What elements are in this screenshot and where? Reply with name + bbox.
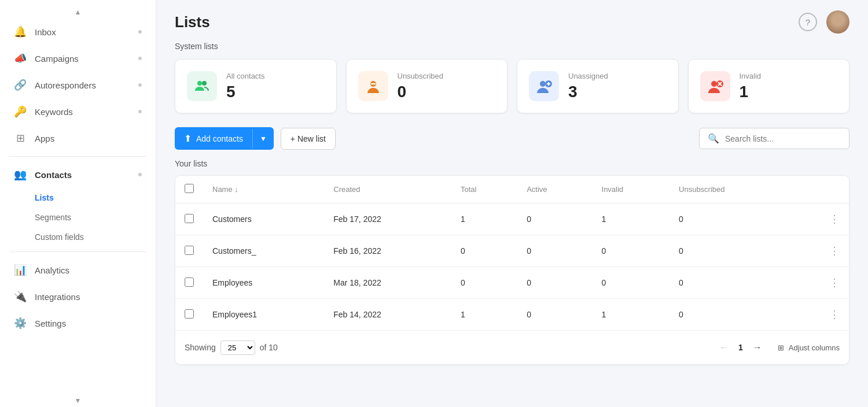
sidebar-item-apps[interactable]: ⊞ Apps: [0, 125, 156, 151]
settings-icon: ⚙️: [14, 317, 27, 330]
sidebar-item-campaigns[interactable]: 📣 Campaigns: [0, 45, 156, 72]
table-row: Employees1 Feb 14, 2022 1 0 1 0 ⋮: [175, 299, 849, 331]
current-page: 1: [738, 343, 743, 352]
invalid-label: Invalid: [740, 72, 762, 80]
showing-label: Showing: [185, 343, 216, 352]
sidebar-item-settings[interactable]: ⚙️ Settings: [0, 310, 156, 336]
select-all-checkbox[interactable]: [185, 184, 194, 193]
page-header: Lists ?: [156, 0, 868, 42]
row-invalid: 1: [593, 299, 670, 331]
sidebar-item-custom-fields[interactable]: Custom fields: [35, 227, 156, 247]
row-checkbox[interactable]: [185, 214, 194, 223]
all-contacts-label: All contacts: [226, 72, 264, 80]
new-list-button[interactable]: + New list: [281, 128, 336, 150]
system-card-unassigned[interactable]: Unassigned 3: [517, 59, 679, 113]
row-checkbox[interactable]: [185, 278, 194, 287]
search-input[interactable]: [725, 134, 841, 143]
sidebar-item-segments[interactable]: Segments: [35, 208, 156, 227]
sidebar: ▲ 🔔 Inbox 📣 Campaigns 🔗 Autoresponders 🔑…: [0, 0, 156, 407]
sidebar-item-lists[interactable]: Lists: [35, 188, 156, 208]
row-name: Employees: [203, 267, 324, 299]
sidebar-item-label: Keywords: [35, 107, 73, 117]
integrations-icon: 🔌: [14, 290, 27, 303]
row-invalid: 1: [593, 204, 670, 235]
header-actions: ?: [799, 10, 849, 34]
sidebar-sub: Lists Segments Custom fields: [0, 188, 156, 247]
svg-point-4: [540, 81, 546, 87]
sidebar-dot: [138, 83, 142, 87]
search-box[interactable]: 🔍: [699, 128, 849, 149]
sidebar-scroll-up[interactable]: ▲: [0, 6, 156, 18]
col-actions: [793, 176, 849, 204]
per-page-select[interactable]: 25 10 50 100: [220, 341, 255, 355]
avatar-image: [826, 10, 849, 34]
table-row: Customers_ Feb 16, 2022 0 0 0 0 ⋮: [175, 235, 849, 267]
sidebar-item-label: Contacts: [35, 170, 72, 180]
sidebar-item-contacts[interactable]: 👥 Contacts: [0, 161, 156, 188]
sidebar-dot: [138, 57, 142, 60]
row-name: Customers: [203, 204, 324, 235]
col-created: Created: [324, 176, 451, 204]
col-unsubscribed: Unsubscribed: [670, 176, 793, 204]
row-total: 1: [451, 204, 517, 235]
lists-table-container: Name ↓ Created Total Active Invalid: [175, 175, 849, 365]
adjust-columns-label: Adjust columns: [789, 343, 840, 352]
analytics-icon: 📊: [14, 264, 27, 276]
sidebar-item-inbox[interactable]: 🔔 Inbox: [0, 18, 156, 45]
system-card-invalid[interactable]: Invalid 1: [688, 59, 850, 113]
row-unsubscribed: 0: [670, 235, 793, 267]
unsubscribed-info: Unsubscribed 0: [398, 72, 444, 101]
next-page-button[interactable]: →: [749, 339, 766, 356]
keywords-icon: 🔑: [14, 105, 27, 118]
row-active: 0: [517, 267, 592, 299]
sidebar-scroll-down[interactable]: ▼: [0, 394, 156, 407]
row-unsubscribed: 0: [670, 299, 793, 331]
system-card-all-contacts[interactable]: All contacts 5: [175, 59, 337, 113]
row-created: Feb 16, 2022: [324, 235, 451, 267]
sidebar-item-autoresponders[interactable]: 🔗 Autoresponders: [0, 72, 156, 98]
row-unsubscribed: 0: [670, 204, 793, 235]
showing-info: Showing 25 10 50 100 of 10: [185, 341, 278, 355]
sidebar-item-integrations[interactable]: 🔌 Integrations: [0, 283, 156, 310]
row-total: 1: [451, 299, 517, 331]
system-card-unsubscribed[interactable]: Unsubscribed 0: [346, 59, 508, 113]
row-menu-button[interactable]: ⋮: [793, 204, 849, 235]
system-lists-label: System lists: [175, 42, 849, 51]
row-invalid: 0: [593, 235, 670, 267]
col-active: Active: [517, 176, 592, 204]
row-menu-button[interactable]: ⋮: [793, 235, 849, 267]
sidebar-item-keywords[interactable]: 🔑 Keywords: [0, 98, 156, 125]
row-menu-button[interactable]: ⋮: [793, 267, 849, 299]
col-invalid: Invalid: [593, 176, 670, 204]
col-name-label: Name ↓: [212, 185, 238, 194]
table-header: Name ↓ Created Total Active Invalid: [175, 176, 849, 204]
invalid-info: Invalid 1: [740, 72, 762, 101]
help-icon: ?: [806, 17, 810, 27]
row-total: 0: [451, 267, 517, 299]
inbox-icon: 🔔: [14, 25, 27, 38]
add-contacts-button[interactable]: ⬆ Add contacts ▼: [175, 127, 274, 150]
row-checkbox[interactable]: [185, 309, 194, 319]
sidebar-item-label: Apps: [35, 134, 54, 143]
row-created: Mar 18, 2022: [324, 267, 451, 299]
adjust-columns-button[interactable]: ⊞ Adjust columns: [778, 343, 840, 352]
sidebar-item-analytics[interactable]: 📊 Analytics: [0, 257, 156, 283]
sidebar-item-label: Autoresponders: [35, 80, 96, 90]
col-name[interactable]: Name ↓: [203, 176, 324, 204]
new-list-label: + New list: [290, 134, 326, 143]
svg-point-1: [202, 81, 207, 86]
help-button[interactable]: ?: [799, 13, 817, 31]
system-lists: All contacts 5 Unsubscribed 0: [175, 59, 849, 113]
add-contacts-dropdown-arrow[interactable]: ▼: [252, 129, 274, 149]
user-avatar[interactable]: [826, 10, 849, 34]
page-content: System lists All contacts 5: [156, 42, 868, 407]
sidebar-divider: [9, 156, 146, 157]
add-contacts-label: Add contacts: [196, 134, 243, 143]
prev-page-button[interactable]: ←: [715, 339, 733, 356]
select-all-header[interactable]: [175, 176, 203, 204]
row-checkbox[interactable]: [185, 246, 194, 255]
row-unsubscribed: 0: [670, 267, 793, 299]
search-icon: 🔍: [708, 133, 719, 144]
row-menu-button[interactable]: ⋮: [793, 299, 849, 331]
all-contacts-value: 5: [226, 83, 264, 101]
